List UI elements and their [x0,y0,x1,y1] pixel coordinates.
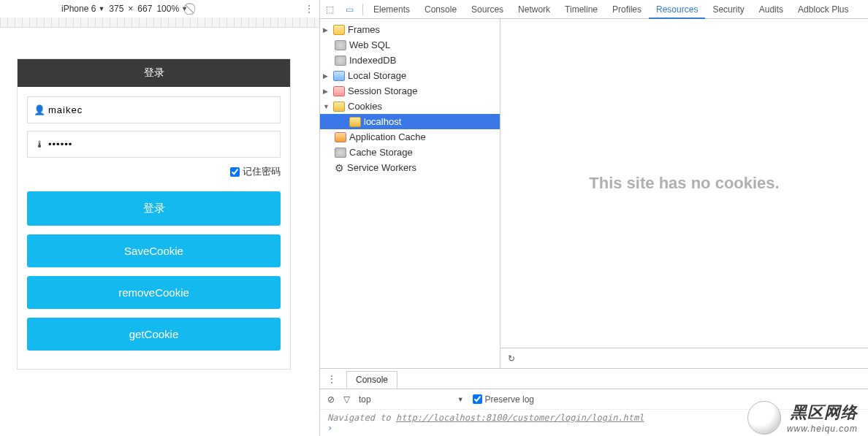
key-icon: 🌡 [34,139,45,150]
tree-localstorage[interactable]: ▶Local Storage [320,68,500,83]
console-drawer-head: ⋮ Console [320,369,868,389]
tab-resources[interactable]: Resources [649,0,705,19]
device-name: iPhone 6 [61,4,96,14]
zoom-selector[interactable]: 100% ▼ [156,4,188,14]
device-toolbar: iPhone 6 ▼ 375 × 667 100% ▼ ⃠ [0,0,319,18]
login-button[interactable]: 登录 [27,191,281,226]
tab-network[interactable]: Network [511,0,557,19]
tab-audits[interactable]: Audits [752,0,791,19]
chevron-down-icon: ▼ [98,5,104,12]
tree-frames[interactable]: ▶Frames [320,22,500,37]
mushroom-icon [747,401,781,435]
device-mode-icon[interactable]: ▭ [340,4,359,15]
device-height[interactable]: 667 [137,4,152,14]
tab-security[interactable]: Security [705,0,751,19]
user-icon: 👤 [34,104,45,115]
get-cookie-button[interactable]: getCookie [27,318,281,351]
password-field-wrap[interactable]: 🌡 [27,131,281,158]
tree-cookies[interactable]: ▼Cookies [320,99,500,114]
device-width[interactable]: 375 [109,4,123,14]
tree-websql[interactable]: Web SQL [320,37,500,53]
remember-row: 记住密码 [27,165,281,178]
login-title: 登录 [18,59,290,87]
devtools-panel: ⬚ ▭ Elements Console Sources Network Tim… [319,0,868,436]
clear-console-icon[interactable]: ⊘ [327,394,335,405]
remove-cookie-button[interactable]: removeCookie [27,276,281,309]
tree-appcache[interactable]: Application Cache [320,129,500,145]
tab-timeline[interactable]: Timeline [557,0,605,19]
tree-cachestorage[interactable]: Cache Storage [320,145,500,160]
login-body: 👤 🌡 记住密码 登录 SaveCookie removeCookie getC… [18,87,290,369]
database-icon [335,40,346,50]
phone-viewport: 登录 👤 🌡 记住密码 登录 SaveCookie removeCookie g… [17,58,291,370]
console-tab[interactable]: Console [346,371,397,389]
tab-adblock[interactable]: Adblock Plus [791,0,856,19]
zoom-value: 100% [156,4,179,14]
username-field-wrap[interactable]: 👤 [27,96,281,123]
dimension-separator: × [128,4,133,14]
tree-serviceworkers[interactable]: ⚙Service Workers [320,160,500,175]
resources-tree: ▶Frames Web SQL IndexedDB ▶Local Storage… [320,19,500,368]
folder-icon [333,25,345,35]
separator [362,4,363,15]
tree-indexeddb[interactable]: IndexedDB [320,53,500,68]
database-icon [335,148,346,158]
devtools-body: ▶Frames Web SQL IndexedDB ▶Local Storage… [320,19,868,368]
database-icon [335,56,346,66]
watermark-title: 黑区网络 [787,402,858,424]
appcache-icon [335,132,346,142]
resources-content: This site has no cookies. ↻ [500,19,868,368]
device-selector[interactable]: iPhone 6 ▼ [61,4,104,14]
empty-cookies-message: This site has no cookies. [500,19,868,348]
inspect-icon[interactable]: ⬚ [320,4,340,15]
chevron-down-icon: ▼ [457,396,464,403]
gear-icon: ⚙ [335,162,344,174]
filter-icon[interactable]: ▽ [343,394,350,405]
device-preview-panel: iPhone 6 ▼ 375 × 667 100% ▼ ⃠ 登录 👤 🌡 记住 [0,0,319,436]
more-icon[interactable]: ⋮ [304,3,314,15]
refresh-icon[interactable]: ↻ [508,353,515,364]
storage-icon [333,71,345,81]
tree-cookie-localhost[interactable]: localhost [320,114,500,129]
chevron-down-icon: ▼ [181,5,188,12]
tab-sources[interactable]: Sources [464,0,511,19]
ruler [0,18,319,28]
more-icon[interactable]: ⋮ [320,374,343,384]
username-input[interactable] [45,104,274,115]
save-cookie-button[interactable]: SaveCookie [27,234,281,267]
remember-checkbox[interactable] [230,167,240,177]
nav-url[interactable]: http://localhost:8100/customer/login/log… [396,413,644,423]
tree-sessionstorage[interactable]: ▶Session Storage [320,83,500,99]
preserve-log-option[interactable]: Preserve log [473,394,534,405]
watermark-url: www.heiqu.com [787,424,858,434]
tab-console[interactable]: Console [417,0,464,19]
cookie-icon [333,102,345,112]
tab-profiles[interactable]: Profiles [605,0,649,19]
refresh-bar: ↻ [500,348,868,368]
devtools-toolbar: ⬚ ▭ Elements Console Sources Network Tim… [320,0,868,19]
context-selector[interactable]: top ▼ [359,394,464,405]
watermark: 黑区网络 www.heiqu.com [747,401,858,435]
preserve-log-checkbox[interactable] [473,394,482,404]
cookie-icon [349,117,361,127]
storage-icon [333,86,345,96]
tab-elements[interactable]: Elements [366,0,417,19]
password-input[interactable] [45,139,274,150]
remember-label: 记住密码 [243,165,281,178]
